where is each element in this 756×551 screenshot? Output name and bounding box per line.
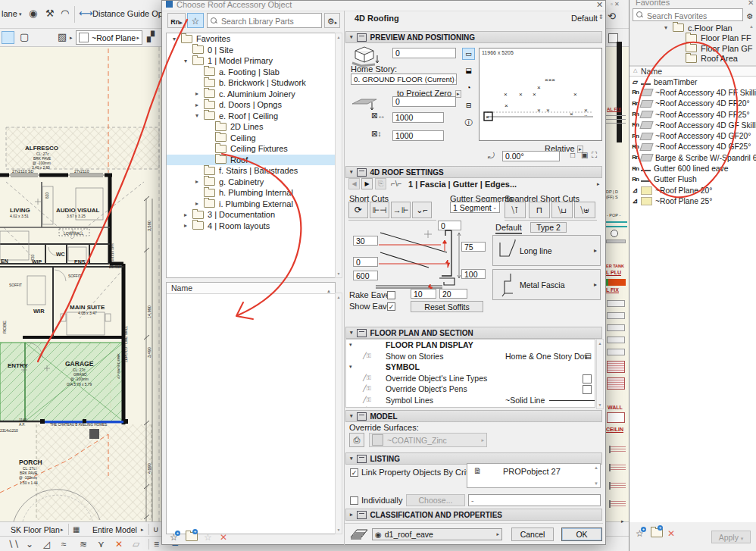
anchor-icon[interactable]: ▣ [581,151,588,159]
tree-item[interactable]: ▸ g. Cabinetry [167,177,335,188]
expander-icon[interactable]: ▸ [195,200,204,207]
spandrel-button-3[interactable]: ⧹⊔ [551,202,573,218]
tree-item[interactable]: ▸ 3 | Documentation [167,209,335,221]
list-scrollbar[interactable]: ▲▼ [335,293,342,534]
tree-item[interactable]: Ceiling [167,133,335,144]
section-roof-settings[interactable]: ▾ 4D ROOF SETTINGS [345,166,602,178]
favorite-item[interactable]: beamTimber [629,77,756,87]
favorites-search[interactable] [633,8,743,21]
new-favorite-button[interactable]: ☆+ [170,533,178,542]
parts-list[interactable]: Name ▲ [166,282,336,534]
gutter-style-button[interactable]: Long line▸ [492,235,601,266]
sort-icon[interactable]: △ [633,67,637,74]
favorites-tree-item[interactable]: Floor Plan GF [629,43,751,54]
mirror-icon[interactable]: □ [570,151,575,159]
expander-icon[interactable]: ▸ [195,178,204,185]
entire-model-selector[interactable]: Entire Model [92,525,137,534]
tree-item[interactable]: b. Brickwork | Studwork [167,77,335,89]
spandrel-button-2[interactable]: ⊓ [529,202,550,218]
distance-guide-icon[interactable]: ⟷ [79,8,93,18]
tree-item[interactable]: ▾ e. Roof | Ceiling [167,111,335,122]
library-search-input[interactable] [220,16,320,27]
roof-plane-dropdown[interactable]: ~Roof Plane▸ [76,30,142,45]
expander-icon[interactable]: ▾ [173,36,181,42]
expander-icon[interactable]: ▾ [664,24,673,31]
fill-tool-icon[interactable]: ▨ [58,32,67,42]
row-value[interactable]: Home & One Story Down [505,352,587,361]
floor-plan-settings-table[interactable]: ╱⚿ FLOOR PLAN DISPLAY ╱⚿ Show on Stories… [345,339,595,408]
delete-icon[interactable]: ✕ [220,532,227,543]
dialog-title-bar[interactable]: Choose Roof Accessory Object ✕ [162,1,605,11]
eave10-field[interactable]: 10 [411,289,436,299]
favorite-item[interactable]: ~Roof Accessory 4D FF Skillion [629,87,756,98]
settings-row[interactable]: ╱⚿ Override Object's Line Types [346,373,595,384]
close-icon[interactable]: ✕ [748,0,754,7]
home-story-dropdown[interactable]: 0. GROUND FLOOR (Current)⌄ [351,74,457,85]
plane-dropdown[interactable]: lane [2,9,17,18]
settings-scrollbar[interactable]: ▲▼ [596,339,604,409]
favorite-item[interactable]: ~Roof Plane 20° [629,185,756,196]
tree-item[interactable]: ▸ i. Plumbing External [167,199,335,210]
preview-2d-button[interactable]: ▭ [462,48,475,60]
expander-icon[interactable]: ▸ [195,102,204,108]
preview-elevation-button[interactable]: ⬓ [462,65,475,77]
preview-viewport[interactable]: 11966 x 5205 ×××× ×××× × ××× ×× × [479,48,602,141]
marquee-icon[interactable]: ▢ [20,32,29,42]
section-model[interactable]: ▾ MODEL [345,410,602,422]
fascia-style-button[interactable]: Metal Fascia▸ [492,269,601,300]
default-toggle-icon[interactable]: ⇕ [598,14,604,20]
floor-plan-tab[interactable]: SK Floor Plan [11,525,60,534]
settings-page-title[interactable]: 1 | Fascia | Gutter | Edges... [408,180,517,189]
settings-row[interactable]: ╱⚿ Override Object's Pens [346,384,595,395]
settings-gear-button[interactable]: ⚙▸ [324,13,340,28]
favorites-tree-item[interactable]: ▾ c.Floor Plan [629,23,751,33]
tree-item[interactable]: a. Footing | Slab [167,67,335,78]
property-objects-list[interactable]: 🗎 PROPobject 27 ▲ ▼ [467,463,601,488]
favorites-list-header[interactable]: △ Name [629,67,756,77]
spacing-y-field[interactable]: 1000 [392,130,444,141]
expander-icon[interactable]: ▾ [195,112,204,119]
show-eave-checkbox[interactable]: ✓ [387,302,395,311]
tree-item[interactable]: 0 | Site [167,45,335,56]
tree-item[interactable]: ▸ d. Doors | Opngs [167,99,335,111]
expander-icon[interactable]: ▾ [184,58,192,64]
expander-icon[interactable]: ▸ [184,211,192,218]
prev-page-button[interactable]: ◀ [348,178,360,189]
trim-icon[interactable]: ✕ [115,539,123,549]
double-line-icon[interactable]: ∖∖ [8,539,19,549]
settings-row[interactable]: ╱⚿ Show on Stories Home & One Story Down [346,351,595,362]
new-folder-button[interactable]: + [186,532,201,543]
triangle-slash-icon[interactable]: ◿ [43,539,50,549]
layers-icon[interactable]: ≡ [154,539,159,549]
tree-item[interactable]: ▾ Favorites [167,33,335,45]
next-page-button[interactable]: ▶ [361,178,373,189]
favorite-item[interactable]: ~Roof Plane 25° [629,196,756,206]
tree-scrollbar[interactable]: ▲▼ [335,33,342,278]
preview-info-button[interactable]: ⓘ [462,117,475,130]
elevation-field[interactable]: 0 [392,48,456,58]
sort-icon[interactable]: ▲ [326,286,331,296]
settings-row[interactable]: ╱⚿ Symbol Line Pen 0.10 mm 2 [346,405,595,408]
corner-icon[interactable]: ⌄ [26,539,33,549]
favorite-item[interactable]: ~Roof Accessory 4D FF25° [629,109,756,120]
bbox-icon[interactable]: ⛶ [592,151,597,160]
rake-eave-checkbox[interactable] [387,291,395,299]
section-floor-plan[interactable]: ▾ FLOOR PLAN AND SECTION [345,327,602,339]
tree-item[interactable]: Ceiling Fixtures [167,143,335,155]
link-criteria-checkbox[interactable]: ✓ [350,468,358,477]
spandrel-button-1[interactable]: ⧹⊺ [505,202,526,218]
zigzag-icon[interactable]: ≈ [61,539,67,549]
favorites-star-button[interactable]: ☆ [187,13,204,28]
favorite-item[interactable]: ~Roof Accessory 4D GF20° [629,130,756,141]
tree-item[interactable]: h. Plumbing Internal [167,187,335,199]
favorites-search-input[interactable] [645,11,739,21]
favorite-item[interactable]: ~Roof Accessory 4D GF25° [629,142,756,152]
favorite-item[interactable]: ~Roof Accessory 4D FF20° [629,99,756,109]
favorite-item[interactable]: Gutter 600 lined eave [629,163,756,174]
paint-surface-button[interactable]: ⎙ [349,433,364,447]
eave20-field[interactable]: 20 [439,289,467,299]
favorites-tree-item[interactable]: Floor Plan FF [629,33,751,44]
individually-checkbox[interactable] [350,496,358,505]
settings-row[interactable]: ╱⚿ Symbol Lines ~Solid Line [346,395,595,406]
stamp-icon[interactable]: ▞ [147,32,155,42]
